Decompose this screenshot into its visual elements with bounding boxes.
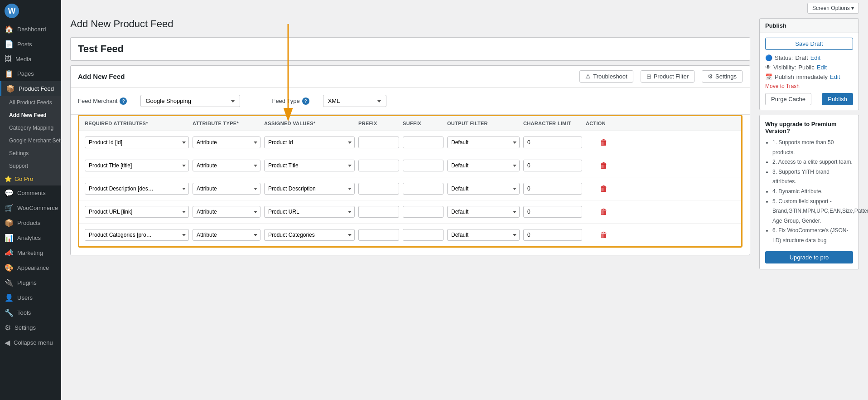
required-attr-select-2[interactable]: Product Title [title]: [85, 160, 189, 171]
sidebar-item-label: Posts: [17, 41, 32, 48]
sidebar-item-dashboard[interactable]: 🏠 Dashboard: [0, 22, 61, 37]
upgrade-list-item: 1. Supports more than 50 products.: [772, 138, 853, 157]
settings-button[interactable]: ⚙ Settings: [702, 70, 743, 83]
merchant-select[interactable]: Google Shopping Facebook Amazon: [140, 95, 240, 107]
topbar: Screen Options ▾: [61, 0, 868, 14]
sidebar-item-category-mapping[interactable]: Category Mapping: [0, 122, 61, 134]
products-icon: 📦: [5, 219, 14, 227]
sidebar-item-appearance[interactable]: 🎨 Appearance: [0, 260, 61, 275]
sidebar-item-settings[interactable]: Settings: [0, 147, 61, 160]
sidebar-item-plugins[interactable]: 🔌 Plugins: [0, 275, 61, 290]
assigned-val-select-2[interactable]: Product Title: [264, 160, 355, 171]
delete-row-button-1[interactable]: 🗑: [586, 138, 622, 147]
sidebar-item-add-new-feed[interactable]: Add New Feed: [0, 109, 61, 122]
visibility-edit-link[interactable]: Edit: [817, 64, 827, 71]
suffix-input-5[interactable]: [403, 229, 444, 241]
required-attr-select-5[interactable]: Product Categories [pro…: [85, 229, 189, 241]
attr-type-select-5[interactable]: Attribute: [193, 229, 260, 241]
attr-type-select-2[interactable]: Attribute: [193, 160, 260, 171]
output-filter-select-2[interactable]: Default: [447, 160, 520, 171]
status-edit-link[interactable]: Edit: [810, 54, 820, 61]
assigned-val-select-4[interactable]: Product URL: [264, 206, 355, 218]
sidebar-item-woocommerce[interactable]: 🛒 WooCommerce: [0, 200, 61, 215]
output-filter-select-4[interactable]: Default: [447, 206, 520, 218]
char-limit-input-5[interactable]: [523, 229, 582, 241]
warning-icon: ⚠: [585, 73, 591, 80]
publish-box-header: Publish: [760, 19, 858, 33]
sidebar-item-product-feed[interactable]: 📦 Product Feed: [0, 81, 61, 96]
sidebar-item-label: Support: [9, 163, 28, 169]
attr-type-select-1[interactable]: Attribute: [193, 137, 260, 148]
publish-button[interactable]: Publish: [822, 93, 853, 105]
sidebar-logo: W: [0, 0, 61, 22]
delete-row-button-5[interactable]: 🗑: [586, 230, 622, 240]
output-filter-select-3[interactable]: Default: [447, 183, 520, 195]
table-row: Product Description [des… Attribute Prod…: [79, 177, 741, 200]
char-limit-input-2[interactable]: [523, 160, 582, 171]
required-attr-select-1[interactable]: Product Id [id]: [85, 137, 189, 148]
attr-type-select-3[interactable]: Attribute: [193, 183, 260, 195]
prefix-input-3[interactable]: [358, 183, 399, 195]
char-limit-input-1[interactable]: [523, 137, 582, 148]
attr-type-select-4[interactable]: Attribute: [193, 206, 260, 218]
purge-cache-button[interactable]: Purge Cache: [765, 93, 811, 105]
publish-edit-link[interactable]: Edit: [830, 73, 840, 80]
delete-row-button-2[interactable]: 🗑: [586, 161, 622, 171]
sidebar-item-settings2[interactable]: ⚙ Settings: [0, 320, 61, 335]
output-filter-select-1[interactable]: Default: [447, 137, 520, 148]
delete-row-button-4[interactable]: 🗑: [586, 207, 622, 217]
prefix-input-5[interactable]: [358, 229, 399, 241]
suffix-input-3[interactable]: [403, 183, 444, 195]
sidebar-item-go-pro[interactable]: ⭐ Go Pro: [0, 172, 61, 185]
upgrade-list-item: 3. Supports YITH brand attributes.: [772, 167, 853, 187]
posts-icon: 📄: [5, 40, 14, 49]
prefix-input-4[interactable]: [358, 206, 399, 218]
status-icon: 🔵: [765, 54, 772, 61]
sidebar-item-comments[interactable]: 💬 Comments: [0, 185, 61, 200]
pages-icon: 📋: [5, 69, 14, 78]
sidebar-item-google-merchant[interactable]: Google Merchant Settings: [0, 134, 61, 147]
upgrade-to-pro-button[interactable]: Upgrade to pro: [765, 251, 853, 263]
required-attr-select-4[interactable]: Product URL [link]: [85, 206, 189, 218]
page-title: Add New Product Feed: [70, 18, 750, 30]
sidebar-item-tools[interactable]: 🔧 Tools: [0, 305, 61, 320]
upgrade-box: Why upgrade to Premium Version? 1. Suppo…: [759, 115, 859, 269]
suffix-input-4[interactable]: [403, 206, 444, 218]
prefix-input-2[interactable]: [358, 160, 399, 171]
char-limit-input-3[interactable]: [523, 183, 582, 195]
char-limit-input-4[interactable]: [523, 206, 582, 218]
assigned-val-select-3[interactable]: Product Description: [264, 183, 355, 195]
sidebar-item-all-product-feeds[interactable]: All Product Feeds: [0, 96, 61, 109]
sidebar-item-label: Pages: [17, 70, 34, 77]
sidebar-item-pages[interactable]: 📋 Pages: [0, 66, 61, 81]
sidebar-item-analytics[interactable]: 📊 Analytics: [0, 230, 61, 245]
sidebar-item-media[interactable]: 🖼 Media: [0, 52, 61, 66]
sidebar-item-collapse[interactable]: ◀ Collapse menu: [0, 335, 61, 350]
sidebar-item-support[interactable]: Support: [0, 160, 61, 172]
screen-options-button[interactable]: Screen Options ▾: [807, 3, 859, 14]
save-draft-button[interactable]: Save Draft: [765, 38, 853, 50]
assigned-val-select-1[interactable]: Product Id: [264, 137, 355, 148]
troubleshoot-button[interactable]: ⚠ Troubleshoot: [579, 70, 633, 83]
publish-box: Publish Save Draft 🔵 Status: Draft Edit …: [759, 18, 859, 110]
sidebar-item-label: Collapse menu: [14, 339, 53, 346]
feedtype-select[interactable]: XML CSV TSV: [323, 95, 386, 107]
required-attr-select-3[interactable]: Product Description [des…: [85, 183, 189, 195]
product-filter-button[interactable]: ⊟ Product Filter: [641, 70, 694, 83]
feed-name-box: [70, 37, 750, 61]
suffix-input-1[interactable]: [403, 137, 444, 148]
delete-row-button-3[interactable]: 🗑: [586, 184, 622, 194]
sidebar-item-posts[interactable]: 📄 Posts: [0, 37, 61, 52]
feedtype-help-icon[interactable]: ?: [302, 98, 309, 105]
move-to-trash-link[interactable]: Move to Trash: [765, 83, 853, 89]
assigned-val-select-5[interactable]: Product Categories: [264, 229, 355, 241]
sidebar-item-users[interactable]: 👤 Users: [0, 290, 61, 305]
output-filter-select-5[interactable]: Default: [447, 229, 520, 241]
suffix-input-2[interactable]: [403, 160, 444, 171]
sidebar-item-marketing[interactable]: 📣 Marketing: [0, 245, 61, 260]
prefix-input-1[interactable]: [358, 137, 399, 148]
feed-name-input[interactable]: [78, 43, 743, 55]
sidebar-item-products[interactable]: 📦 Products: [0, 215, 61, 230]
sidebar-item-label: Go Pro: [14, 176, 33, 182]
merchant-help-icon[interactable]: ?: [120, 98, 127, 105]
